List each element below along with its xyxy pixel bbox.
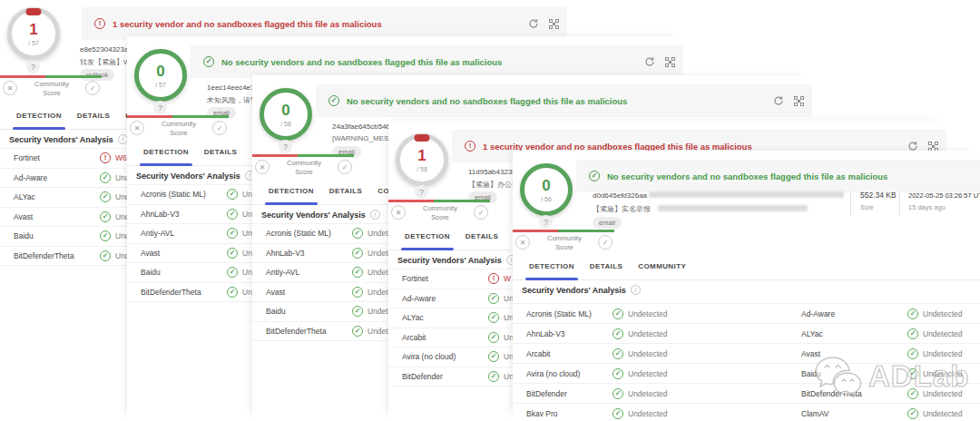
detection-score-gauge: 0 / 58: [260, 88, 312, 141]
score-value: 1: [417, 148, 426, 163]
verdict-banner: ! 1 security vendor and no sandboxes fla…: [82, 7, 567, 40]
vendor-result: Undetected: [628, 409, 667, 418]
score-help-badge[interactable]: ?: [153, 101, 167, 114]
vote-down-button[interactable]: ✕: [391, 205, 406, 220]
vendor-name: Avast: [141, 249, 160, 258]
redacted-name: [658, 205, 808, 211]
tab-detection[interactable]: DETECTION: [405, 223, 450, 250]
check-icon: ✓: [328, 95, 339, 106]
tab-details[interactable]: DETAILS: [590, 253, 622, 279]
score-help-badge[interactable]: ?: [415, 185, 428, 199]
vendor-name: Ad-Aware: [801, 309, 835, 318]
vendor-name: Avast: [801, 349, 820, 358]
reanalyze-icon[interactable]: [528, 18, 539, 29]
check-icon: ✓: [100, 211, 111, 222]
verdict-banner: ✓ No security vendors and no sandboxes f…: [576, 160, 980, 192]
vendors-analysis-title: Security Vendors' Analysisi: [9, 134, 128, 144]
check-icon: ✓: [907, 348, 918, 359]
tab-details[interactable]: DETAILS: [77, 103, 110, 129]
vendor-result: Undetected: [923, 369, 962, 378]
check-icon: ✓: [203, 56, 214, 67]
vendor-table: Acronis (Static ML)✓Undetected Ad-Aware✓…: [513, 303, 980, 421]
check-icon: ✓: [227, 248, 238, 259]
tab-detection[interactable]: DETECTION: [269, 178, 314, 204]
vote-up-button[interactable]: ✓: [474, 205, 488, 220]
check-icon: ✓: [488, 312, 499, 323]
analysis-date: 2022-05-25 03:26:57 UTC: [908, 191, 980, 200]
score-help-badge[interactable]: ?: [539, 215, 553, 229]
alert-icon: !: [465, 141, 475, 152]
redacted-hash: [649, 191, 844, 198]
community-score-bar: [127, 115, 229, 118]
vendors-analysis-title: Security Vendors' Analysisi: [136, 171, 255, 181]
vote-down-button[interactable]: ✕: [130, 121, 144, 135]
score-denominator: / 58: [280, 121, 291, 127]
score-denominator: / 57: [155, 82, 166, 88]
table-row: AhnLab-V3✓Undetected ALYac✓Undetected: [513, 323, 980, 343]
check-icon: ✓: [488, 371, 499, 382]
score-help-badge[interactable]: ?: [26, 60, 40, 73]
table-row: Arcabit✓Undetected Avast✓Undetected: [513, 343, 980, 363]
tab-details[interactable]: DETAILS: [466, 223, 498, 250]
vendor-name: BitDefenderTheta: [141, 288, 201, 297]
community-score-bar: [513, 230, 614, 232]
vendor-result: Undetected: [923, 329, 962, 338]
table-row: Bkav Pro✓Undetected ClamAV✓Undetected: [513, 403, 980, 421]
similar-files-icon[interactable]: [928, 142, 938, 152]
check-icon: ✓: [352, 267, 363, 278]
score-value: 0: [281, 103, 289, 118]
file-tag[interactable]: email: [593, 217, 622, 229]
community-score-bar: [252, 154, 354, 157]
vendor-name: AhnLab-V3: [266, 249, 305, 258]
alert-icon: !: [488, 273, 499, 284]
vendor-name: Avira (no cloud): [526, 369, 580, 378]
vendor-name: Arcabit: [526, 349, 550, 358]
vote-down-button[interactable]: ✕: [255, 160, 270, 174]
check-icon: ✓: [488, 332, 499, 343]
vote-down-button[interactable]: ✕: [515, 235, 530, 250]
reanalyze-icon[interactable]: [644, 56, 655, 67]
vote-up-button[interactable]: ✓: [598, 235, 612, 250]
tab-details[interactable]: DETAILS: [204, 139, 237, 165]
info-icon: i: [631, 285, 641, 295]
check-icon: ✓: [907, 308, 918, 319]
check-icon: ✓: [612, 308, 623, 319]
analysis-window-5: 0 / 56 ✓ No security vendors and no sand…: [513, 151, 980, 421]
vendor-name: Baidu: [266, 307, 286, 316]
vote-up-button[interactable]: ✓: [85, 81, 100, 95]
score-value: 1: [29, 22, 37, 37]
score-denominator: / 58: [416, 166, 427, 172]
vendor-name: Avast: [14, 212, 33, 221]
vote-up-button[interactable]: ✓: [338, 160, 352, 174]
similar-files-icon[interactable]: [665, 57, 675, 67]
check-icon: ✓: [488, 293, 499, 304]
tab-community[interactable]: COMMUNITY: [638, 253, 686, 279]
tab-detection[interactable]: DETECTION: [143, 139, 189, 165]
vendor-name: BitDefenderTheta: [14, 251, 74, 260]
score-value: 0: [542, 178, 550, 193]
vendor-name: Acronis (Static ML): [526, 309, 592, 318]
vendor-name: Bkav Pro: [526, 409, 558, 418]
verdict-banner: ✓ No security vendors and no sandboxes f…: [316, 84, 812, 117]
malicious-notch: [26, 8, 42, 15]
score-value: 0: [156, 64, 164, 79]
vendor-name: Ad-Aware: [402, 294, 436, 303]
check-icon: ✓: [488, 351, 499, 362]
vendor-name: AhnLab-V3: [141, 210, 180, 219]
vote-down-button[interactable]: ✕: [3, 81, 17, 95]
alert-icon: !: [94, 18, 105, 29]
check-icon: ✓: [612, 388, 623, 399]
detection-score-gauge: 1 / 57: [7, 7, 60, 60]
similar-files-icon[interactable]: [794, 96, 804, 106]
tab-detection[interactable]: DETECTION: [16, 103, 62, 129]
check-icon: ✓: [100, 172, 111, 183]
file-hash: d0d645efd326aa: [593, 191, 647, 200]
tab-details[interactable]: DETAILS: [329, 178, 362, 204]
score-help-badge[interactable]: ?: [279, 140, 292, 153]
vendor-name: Baidu: [14, 231, 34, 240]
vote-up-button[interactable]: ✓: [212, 121, 227, 135]
reanalyze-icon[interactable]: [773, 95, 784, 106]
tab-detection[interactable]: DETECTION: [529, 253, 574, 279]
similar-files-icon[interactable]: [549, 19, 559, 29]
vendor-name: Antiy-AVL: [141, 229, 174, 238]
